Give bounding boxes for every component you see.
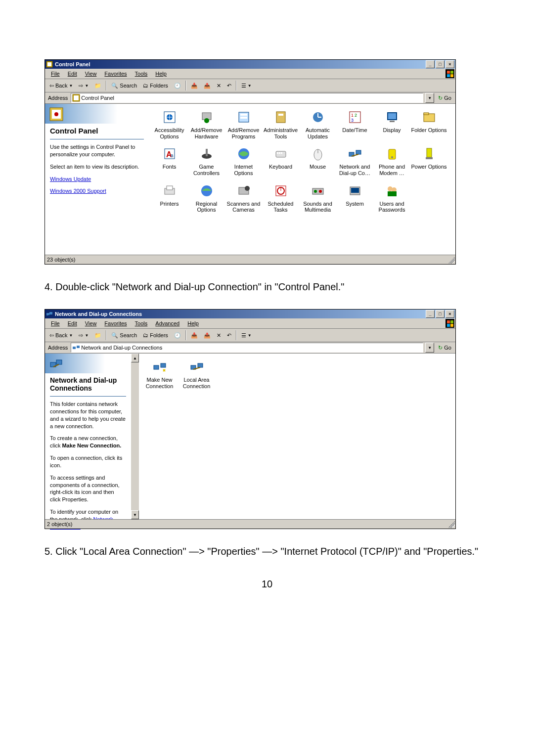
windows-2000-support-link[interactable]: Windows 2000 Support bbox=[50, 188, 106, 194]
nd-item-make-new-connection[interactable]: Make New Connection bbox=[141, 358, 178, 389]
cp-item-date-time[interactable]: 123Date/Time bbox=[336, 109, 373, 139]
go-button[interactable]: ↻ Go bbox=[436, 345, 453, 351]
forward-button[interactable]: ⇨▼ bbox=[76, 331, 91, 340]
maximize-button[interactable]: □ bbox=[436, 310, 445, 318]
folders-button[interactable]: 🗂Folders bbox=[140, 81, 171, 90]
resize-grip-icon[interactable] bbox=[448, 257, 455, 264]
menu-view[interactable]: View bbox=[81, 319, 101, 327]
cp-item-keyboard[interactable]: Keyboard bbox=[262, 145, 299, 176]
item-label: Mouse bbox=[299, 164, 336, 170]
menu-favorites[interactable]: Favorites bbox=[100, 319, 131, 327]
panel-text: Use the settings in Control Panel to per… bbox=[50, 143, 144, 158]
up-button[interactable]: 📁 bbox=[92, 331, 104, 340]
close-button[interactable]: × bbox=[445, 60, 454, 68]
folders-button[interactable]: 🗂Folders bbox=[140, 331, 171, 340]
moveto-button[interactable]: 📥 bbox=[188, 331, 200, 340]
scroll-down-button[interactable]: ▼ bbox=[131, 510, 139, 519]
cp-item-scheduled-tasks[interactable]: Scheduled Tasks bbox=[262, 182, 299, 213]
cp-item-game-controllers[interactable]: Game Controllers bbox=[188, 145, 225, 176]
forward-button[interactable]: ⇨▼ bbox=[76, 81, 91, 90]
views-button[interactable]: ☰▼ bbox=[239, 331, 254, 340]
cp-item-administrative-tools[interactable]: Administrative Tools bbox=[262, 109, 299, 139]
cp-item-fonts[interactable]: AaFonts bbox=[151, 145, 188, 176]
delete-button[interactable]: ✕ bbox=[214, 331, 223, 340]
undo-button[interactable]: ↶ bbox=[224, 331, 234, 340]
menu-edit[interactable]: Edit bbox=[64, 70, 81, 78]
close-button[interactable]: × bbox=[445, 310, 454, 318]
maximize-button[interactable]: □ bbox=[436, 60, 445, 68]
forward-arrow-icon: ⇨ bbox=[79, 83, 83, 89]
scroll-up-button[interactable]: ▲ bbox=[131, 354, 139, 362]
cp-item-users-and-passwords[interactable]: Users and Passwords bbox=[373, 182, 410, 213]
svg-point-10 bbox=[54, 112, 58, 116]
menu-file[interactable]: File bbox=[47, 319, 64, 327]
dropdown-arrow-icon: ▼ bbox=[248, 84, 252, 88]
cp-item-internet-options[interactable]: Internet Options bbox=[225, 145, 262, 176]
delete-button[interactable]: ✕ bbox=[214, 81, 223, 90]
menu-help[interactable]: Help bbox=[151, 70, 171, 78]
item-label: Automatic Updates bbox=[299, 127, 336, 139]
back-button[interactable]: ⇦ Back ▼ bbox=[47, 81, 75, 90]
menu-help[interactable]: Help bbox=[183, 319, 203, 327]
copyto-button[interactable]: 📤 bbox=[201, 81, 213, 90]
cp-item-printers[interactable]: Printers bbox=[151, 182, 188, 213]
go-icon: ↻ bbox=[438, 345, 443, 351]
history-button[interactable]: 🕘 bbox=[172, 331, 183, 340]
svg-rect-2 bbox=[447, 71, 450, 74]
cp-item-sounds-and-multimedia[interactable]: Sounds and Multimedia bbox=[299, 182, 336, 213]
cp-item-folder-options[interactable]: Folder Options bbox=[410, 109, 447, 139]
nd-item-local-area-connection[interactable]: Local Area Connection bbox=[178, 358, 215, 389]
address-field[interactable]: Control Panel bbox=[71, 93, 423, 103]
menu-view[interactable]: View bbox=[81, 70, 101, 78]
search-button[interactable]: 🔍Search bbox=[109, 81, 139, 90]
cp-item-regional-options[interactable]: Regional Options bbox=[188, 182, 225, 213]
back-button[interactable]: ⇦Back▼ bbox=[47, 331, 75, 340]
network-icon bbox=[46, 311, 53, 317]
item-label: Fonts bbox=[151, 164, 188, 170]
undo-button[interactable]: ↶ bbox=[224, 81, 234, 90]
cp-item-system[interactable]: System bbox=[336, 182, 373, 213]
cp-item-add-remove-hardware[interactable]: Add/Remove Hardware bbox=[188, 109, 225, 139]
menu-file[interactable]: File bbox=[47, 70, 64, 78]
cp-item-power-options[interactable]: Power Options bbox=[410, 145, 447, 176]
history-button[interactable]: 🕘 bbox=[172, 81, 183, 90]
svg-rect-36 bbox=[276, 151, 286, 157]
scrollbar[interactable]: ▲ ▼ bbox=[131, 354, 139, 519]
cp-item-add-remove-programs[interactable]: Add/Remove Programs bbox=[225, 109, 262, 139]
cp-item-network-and-dial-up-co[interactable]: Network and Dial-up Co… bbox=[336, 145, 373, 176]
cp-item-accessibility-options[interactable]: Accessibility Options bbox=[151, 109, 188, 139]
search-button[interactable]: 🔍Search bbox=[109, 331, 139, 340]
svg-rect-43 bbox=[356, 150, 361, 154]
go-button[interactable]: ↻ Go bbox=[436, 95, 453, 101]
svg-point-53 bbox=[245, 186, 250, 191]
views-button[interactable]: ☰▼ bbox=[239, 81, 254, 90]
address-dropdown[interactable]: ▼ bbox=[425, 343, 434, 353]
menu-advanced[interactable]: Advanced bbox=[151, 319, 183, 327]
menubar: File Edit View Favorites Tools Advanced … bbox=[45, 318, 455, 329]
svg-rect-77 bbox=[154, 365, 159, 369]
address-dropdown[interactable]: ▼ bbox=[425, 93, 434, 103]
up-button[interactable]: 📁 bbox=[92, 81, 104, 90]
windows-logo-icon bbox=[445, 69, 454, 78]
menu-tools[interactable]: Tools bbox=[131, 319, 152, 327]
menu-tools[interactable]: Tools bbox=[131, 70, 152, 78]
address-value: Network and Dial-up Connections bbox=[81, 345, 162, 351]
undo-icon: ↶ bbox=[227, 332, 231, 339]
moveto-button[interactable]: 📥 bbox=[188, 81, 200, 90]
copyto-button[interactable]: 📤 bbox=[201, 331, 213, 340]
cp-item-mouse[interactable]: Mouse bbox=[299, 145, 336, 176]
cp-item-scanners-and-cameras[interactable]: Scanners and Cameras bbox=[225, 182, 262, 213]
minimize-button[interactable]: _ bbox=[426, 60, 435, 68]
panel-banner bbox=[45, 104, 149, 124]
menu-favorites[interactable]: Favorites bbox=[100, 70, 131, 78]
minimize-button[interactable]: _ bbox=[426, 310, 435, 318]
address-field[interactable]: Network and Dial-up Connections bbox=[71, 343, 423, 353]
folders-label: Folders bbox=[150, 332, 168, 338]
cp-item-phone-and-modem[interactable]: Phone and Modem … bbox=[373, 145, 410, 176]
copy-icon: 📤 bbox=[204, 83, 211, 89]
menu-edit[interactable]: Edit bbox=[64, 319, 81, 327]
resize-grip-icon[interactable] bbox=[448, 521, 455, 528]
cp-item-automatic-updates[interactable]: Automatic Updates bbox=[299, 109, 336, 139]
windows-update-link[interactable]: Windows Update bbox=[50, 176, 91, 182]
cp-item-display[interactable]: Display bbox=[373, 109, 410, 139]
